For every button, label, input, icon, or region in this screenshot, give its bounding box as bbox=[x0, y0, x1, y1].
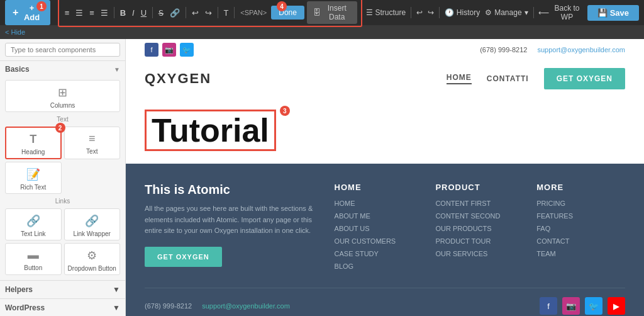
dropdown-button-icon: ⚙ bbox=[87, 249, 97, 262]
site-header-topbar: f 📷 🐦 (678) 999-8212 support@oxygenbuild… bbox=[126, 39, 644, 60]
footer-blog-link[interactable]: BLOG bbox=[335, 262, 423, 270]
wordpress-label: WordPress bbox=[5, 303, 45, 312]
footer-phone: (678) 999-8212 bbox=[145, 302, 192, 310]
helpers-chevron-icon: ▼ bbox=[113, 285, 120, 294]
text-component[interactable]: ≡ Text bbox=[64, 127, 121, 159]
basics-section-header[interactable]: Basics ▼ bbox=[0, 61, 125, 77]
manage-button[interactable]: ⚙ Manage ▾ bbox=[485, 8, 528, 17]
badge-1: 1 bbox=[36, 1, 47, 11]
redo-toolbar-button[interactable]: ↪ bbox=[428, 8, 434, 17]
back-to-wp-button[interactable]: ⟵ Back to WP bbox=[538, 4, 582, 21]
footer-brand-title: This is Atomic bbox=[145, 183, 322, 197]
footer-bottom-left: (678) 999-8212 support@oxygenbuilder.com bbox=[145, 302, 290, 310]
link-wrapper-label: Link Wrapper bbox=[74, 230, 111, 237]
footer-youtube-icon[interactable]: ▶ bbox=[608, 297, 625, 315]
footer-contact-link[interactable]: CONTACT bbox=[536, 237, 625, 245]
footer-social-icons: f 📷 🐦 ▶ bbox=[540, 297, 625, 315]
text-formatting-toolbar: ≡ ☰ ≡ ☰ B I U S̶ 🔗 ↩ ↪ T <SPAN> Done 🗄 I… bbox=[58, 0, 362, 27]
footer-faq-link[interactable]: FAQ bbox=[536, 225, 625, 232]
wordpress-section[interactable]: WordPress ▼ bbox=[0, 298, 125, 316]
footer-email: support@oxygenbuilder.com bbox=[202, 302, 290, 310]
save-button[interactable]: 💾 Save bbox=[587, 5, 639, 21]
footer-instagram-icon[interactable]: 📷 bbox=[562, 297, 580, 315]
facebook-icon[interactable]: f bbox=[145, 43, 158, 57]
footer-home-title: HOME bbox=[335, 183, 423, 192]
site-nav: QXYGEN HOME CONTATTI GET OXYGEN bbox=[126, 60, 644, 97]
footer-ourproducts-link[interactable]: OUR PRODUCTS bbox=[435, 225, 524, 232]
text-link-label: Text Link bbox=[21, 230, 45, 237]
nav-contatti[interactable]: CONTATTI bbox=[487, 74, 529, 83]
badge-4: 4 bbox=[277, 1, 287, 11]
span-icon[interactable]: <SPAN> bbox=[238, 8, 269, 18]
link-wrapper-component[interactable]: 🔗 Link Wrapper bbox=[64, 208, 121, 240]
nav-home[interactable]: HOME bbox=[447, 73, 472, 84]
columns-icon: ⊞ bbox=[58, 86, 67, 99]
footer-aboutus-link[interactable]: ABOUT US bbox=[335, 225, 423, 232]
insert-data-label: Insert Data bbox=[323, 4, 351, 21]
footer-contentsecond-link[interactable]: CONTENT SECOND bbox=[435, 212, 524, 220]
structure-button[interactable]: ☰ Structure bbox=[366, 8, 406, 17]
email-address: support@oxygenbuilder.com bbox=[537, 46, 625, 54]
social-icons: f 📷 🐦 bbox=[145, 43, 194, 57]
helpers-section[interactable]: Helpers ▼ bbox=[0, 280, 125, 298]
nav-cta-button[interactable]: GET OXYGEN bbox=[544, 68, 625, 89]
undo-toolbar-button[interactable]: ↩ bbox=[416, 8, 423, 17]
badge-3: 3 bbox=[280, 106, 290, 116]
done-button[interactable]: Done bbox=[271, 6, 304, 20]
hide-button[interactable]: < Hide bbox=[5, 28, 25, 36]
footer-facebook-icon[interactable]: f bbox=[540, 297, 557, 315]
footer-pricing-link[interactable]: PRICING bbox=[536, 200, 625, 207]
align-right-icon[interactable]: ≡ bbox=[87, 7, 96, 19]
helpers-label: Helpers bbox=[5, 285, 33, 294]
heading-label: Heading bbox=[21, 149, 45, 155]
database-icon: 🗄 bbox=[313, 8, 321, 17]
footer-aboutme-link[interactable]: ABOUT ME bbox=[335, 212, 423, 220]
underline-icon[interactable]: U bbox=[139, 7, 148, 19]
toolbar-right: ☰ Structure ↩ ↪ 🕐 History ⚙ Manage ▾ ⟵ B… bbox=[366, 4, 639, 21]
undo-icon[interactable]: ↩ bbox=[190, 7, 201, 19]
links-section-label: Links bbox=[5, 196, 120, 206]
align-left-icon[interactable]: ≡ bbox=[63, 7, 72, 19]
manage-chevron-icon: ▾ bbox=[525, 8, 528, 17]
badge-2: 2 bbox=[55, 123, 65, 133]
strikethrough-icon[interactable]: S̶ bbox=[157, 7, 165, 19]
columns-component[interactable]: ⊞ Columns bbox=[5, 80, 120, 112]
basics-grid: ⊞ Columns Text 2 T Heading ≡ Text 📝 Rich… bbox=[0, 77, 125, 280]
footer-twitter-icon[interactable]: 🐦 bbox=[585, 297, 602, 315]
align-center-icon[interactable]: ☰ bbox=[74, 7, 85, 19]
rich-text-label: Rich Text bbox=[20, 184, 46, 191]
align-justify-icon[interactable]: ☰ bbox=[99, 7, 110, 19]
footer-team-link[interactable]: TEAM bbox=[536, 250, 625, 257]
phone-number: (678) 999-8212 bbox=[480, 46, 527, 54]
search-input[interactable] bbox=[5, 43, 120, 57]
heading-icon: T bbox=[30, 133, 36, 146]
nav-links: HOME CONTATTI GET OXYGEN bbox=[447, 68, 625, 89]
bold-icon[interactable]: B bbox=[118, 7, 128, 19]
redo-icon[interactable]: ↪ bbox=[203, 7, 214, 19]
footer-casestudy-link[interactable]: CASE STUDY bbox=[335, 250, 423, 257]
footer-cta-button[interactable]: GET OXYGEN bbox=[145, 247, 222, 267]
rich-text-component[interactable]: 📝 Rich Text bbox=[5, 162, 62, 194]
footer-ourservices-link[interactable]: OUR SERVICES bbox=[435, 250, 524, 257]
dropdown-button-component[interactable]: ⚙ Dropdown Button bbox=[64, 243, 121, 275]
insert-data-button[interactable]: 🗄 Insert Data bbox=[307, 1, 357, 24]
twitter-icon[interactable]: 🐦 bbox=[180, 43, 194, 57]
save-icon: 💾 bbox=[597, 8, 608, 18]
text-type-icon[interactable]: T bbox=[221, 7, 230, 19]
instagram-icon[interactable]: 📷 bbox=[162, 43, 176, 57]
italic-icon[interactable]: I bbox=[130, 7, 136, 19]
footer-producttour-link[interactable]: PRODUCT TOUR bbox=[435, 237, 524, 245]
plus-icon: + bbox=[13, 7, 18, 18]
footer-contentfirst-link[interactable]: CONTENT FIRST bbox=[435, 200, 524, 207]
footer-home-link[interactable]: HOME bbox=[335, 200, 423, 207]
text-icon: ≡ bbox=[89, 132, 96, 145]
text-link-component[interactable]: 🔗 Text Link bbox=[5, 208, 62, 240]
heading-component[interactable]: T Heading bbox=[5, 127, 62, 159]
link-icon[interactable]: 🔗 bbox=[168, 7, 182, 19]
footer-home-column: HOME HOME ABOUT ME ABOUT US OUR CUSTOMER… bbox=[335, 183, 423, 275]
text-link-icon: 🔗 bbox=[26, 214, 40, 228]
history-button[interactable]: 🕐 History bbox=[445, 8, 480, 17]
button-component[interactable]: ▬ Button bbox=[5, 243, 62, 275]
footer-ourcustomers-link[interactable]: OUR CUSTOMERS bbox=[335, 237, 423, 245]
footer-features-link[interactable]: FEATURES bbox=[536, 212, 625, 220]
